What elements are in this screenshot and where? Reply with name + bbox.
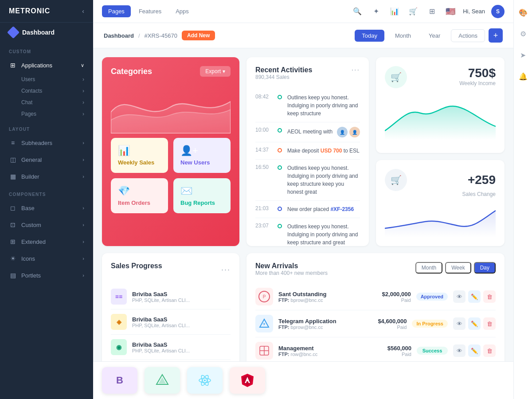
activity-time-1: 08:42 — [255, 94, 272, 100]
applications-arrow-icon: ∨ — [81, 63, 84, 68]
new-users-icon: 👤+ — [180, 145, 223, 156]
sidebar-toggle-icon[interactable]: ‹ — [82, 8, 84, 15]
builder-arrow-icon: › — [82, 174, 84, 179]
sidebar-sub-users[interactable]: Users › — [0, 74, 93, 85]
new-arrivals-title-group: New Arrivals More than 400+ new members — [255, 262, 328, 282]
sidebar-sub-pages[interactable]: Pages › — [0, 108, 93, 120]
arrivals-logo-1: P — [255, 288, 273, 305]
add-new-button[interactable]: Add New — [182, 31, 215, 40]
arrivals-actions-3: 👁 ✏️ 🗑 — [453, 344, 496, 357]
activity-text-3: Make deposit USD 700 to ESL — [287, 147, 360, 155]
edit-button-2[interactable]: ✏️ — [468, 317, 481, 330]
chart-icon[interactable]: 📊 — [388, 5, 401, 18]
sales-progress-menu[interactable]: ··· — [221, 265, 231, 274]
income-amount: 750$ — [459, 66, 496, 80]
angular-icon[interactable] — [230, 367, 265, 394]
sidebar-section-custom: CUSTOM — [0, 42, 93, 57]
activity-item-3: 14:37 Make deposit USD 700 to ESL — [255, 142, 360, 160]
delete-button-2[interactable]: 🗑 — [483, 317, 496, 330]
tab-pages[interactable]: Pages — [102, 5, 131, 17]
activity-item-1: 08:42 Outlines keep you honest. Indulgin… — [255, 89, 360, 122]
view-button-2[interactable]: 👁 — [453, 317, 466, 330]
sales-change-values: +259 — [468, 173, 496, 187]
sidebar-sub-contacts[interactable]: Contacts › — [0, 85, 93, 97]
delete-button-3[interactable]: 🗑 — [483, 344, 496, 357]
edit-button-1[interactable]: ✏️ — [468, 290, 481, 303]
progress-name-1: Briviba SaaS — [132, 291, 231, 297]
share-icon[interactable]: ✦ — [370, 5, 382, 18]
sidebar-sub-chat[interactable]: Chat › — [0, 97, 93, 108]
tab-features[interactable]: Features — [133, 5, 168, 17]
recent-activities-card: Recent Activities 890,344 Sales ··· 08:4… — [246, 57, 369, 246]
builder-left: ▦ Builder — [9, 172, 39, 180]
progress-sub-1: PHP, SQLite, Artisan CLI... — [132, 297, 231, 303]
arrivals-paid-1: Paid — [371, 297, 411, 303]
notification-icon[interactable]: 🔔 — [516, 69, 530, 83]
filter-week-button[interactable]: Week — [445, 262, 471, 274]
year-button[interactable]: Year — [422, 30, 447, 42]
user-avatar[interactable]: S — [491, 5, 505, 18]
activities-menu-icon[interactable]: ··· — [352, 66, 360, 74]
sidebar-item-portlets[interactable]: ▤ Portlets › — [0, 267, 93, 284]
today-button[interactable]: Today — [355, 30, 384, 42]
export-button[interactable]: Export ▾ — [200, 66, 231, 77]
mini-card-new-users[interactable]: 👤+ New Users — [173, 138, 231, 173]
react-icon[interactable] — [187, 367, 223, 394]
sidebar-item-builder[interactable]: ▦ Builder › — [0, 168, 93, 185]
view-button-1[interactable]: 👁 — [453, 290, 466, 303]
sales-change-amount: +259 — [468, 173, 496, 187]
item-orders-icon: 💎 — [118, 185, 161, 197]
wave-chart — [111, 80, 231, 133]
flag-icon[interactable]: 🇺🇸 — [444, 5, 457, 18]
sidebar-item-general[interactable]: ◫ General › — [0, 151, 93, 168]
search-icon[interactable]: 🔍 — [351, 5, 364, 18]
income-card: 🛒 750$ Weekly Income — [376, 57, 505, 153]
edit-button-3[interactable]: ✏️ — [468, 344, 481, 357]
palette-icon[interactable]: 🎨 — [516, 5, 530, 20]
bootstrap-icon[interactable]: B — [102, 367, 137, 394]
sidebar-item-base[interactable]: ◻ Base › — [0, 200, 93, 216]
sidebar-section-layout: LAYOUT — [0, 120, 93, 134]
progress-item-3: ◉ Briviba SaaS PHP, SQLite, Artisan CLI.… — [111, 335, 231, 360]
mini-card-item-orders[interactable]: 💎 Item Orders — [111, 178, 168, 213]
activity-text-5: New order placed #XF-2356 — [287, 205, 360, 213]
grid-apps-icon[interactable]: ⊞ — [426, 5, 438, 18]
delete-button-1[interactable]: 🗑 — [483, 290, 496, 303]
mini-card-weekly-sales[interactable]: 📊 Weekly Sales — [111, 138, 168, 173]
new-arrivals-sub: More than 400+ new members — [255, 270, 328, 276]
progress-avatar-1: ≡≡ — [111, 289, 127, 305]
nav-tabs: Pages Features Apps — [102, 5, 195, 17]
vue-icon[interactable] — [145, 367, 180, 394]
svg-text:P: P — [263, 294, 266, 299]
arrivals-filter: Month Week Day — [415, 262, 496, 274]
month-button[interactable]: Month — [388, 30, 418, 42]
arrivals-logo-3 — [255, 342, 273, 360]
sidebar-item-subheaders[interactable]: ≡ Subheaders › — [0, 134, 93, 151]
tab-apps[interactable]: Apps — [169, 5, 195, 17]
sidebar-item-extended[interactable]: ⊞ Extended › — [0, 233, 93, 250]
actions-button[interactable]: Actions — [451, 29, 485, 42]
portlets-arrow-icon: › — [82, 273, 84, 278]
arrivals-ftp-1: FTP: bprow@bnc.cc — [278, 297, 366, 303]
filter-day-button[interactable]: Day — [474, 262, 496, 274]
user-greeting: Hi, Sean — [463, 8, 485, 15]
contacts-arrow-icon: › — [82, 88, 84, 94]
sidebar-item-applications[interactable]: ⊞ Applications ∨ — [0, 57, 93, 74]
breadcrumb: Dashboard / #XRS-45670 Add New — [104, 31, 215, 40]
activity-dot-1 — [278, 95, 282, 99]
filter-month-button[interactable]: Month — [415, 262, 442, 274]
breadcrumb-id: #XRS-45670 — [145, 32, 177, 39]
general-left: ◫ General — [9, 156, 42, 164]
sidebar-item-icons[interactable]: ☀ Icons › — [0, 250, 93, 267]
cart-icon[interactable]: 🛒 — [407, 5, 419, 18]
diamond-icon — [7, 26, 20, 39]
extended-left: ⊞ Extended — [9, 238, 46, 246]
view-button-3[interactable]: 👁 — [453, 344, 466, 357]
sidebar-item-custom[interactable]: ⊡ Custom › — [0, 216, 93, 233]
highlight-order: #XF-2356 — [330, 206, 354, 212]
settings-icon[interactable]: ⚙ — [516, 27, 530, 41]
send-icon[interactable]: ➤ — [516, 48, 530, 62]
add-icon[interactable]: + — [489, 28, 503, 43]
sidebar-item-dashboard[interactable]: Dashboard — [0, 23, 93, 42]
mini-card-bug-reports[interactable]: ✉️ Bug Reports — [173, 178, 231, 213]
